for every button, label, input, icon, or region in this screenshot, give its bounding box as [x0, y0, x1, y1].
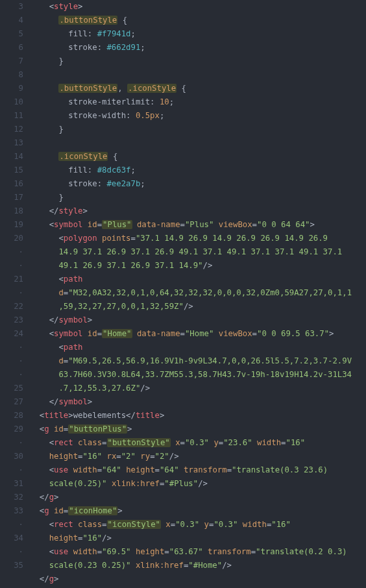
line-number: 25	[0, 382, 23, 395]
code-line[interactable]: 49.1 26.9 37.1 26.9 37.1 14.9"/>	[30, 259, 366, 273]
code-line[interactable]: scale(0.23 0.25)" xlink:href="#Home"/>	[30, 559, 366, 572]
line-number: 16	[0, 177, 23, 191]
code-line[interactable]: scale(0.25)" xlink:href="#Plus"/>	[30, 477, 366, 491]
code-line[interactable]: <rect class="buttonStyle" x="0.3" y="23.…	[30, 436, 366, 450]
line-number: 28	[0, 409, 23, 423]
line-number: ·	[0, 436, 23, 450]
line-number: ·	[0, 286, 23, 300]
code-line[interactable]: fill: #8dc63f;	[30, 164, 366, 177]
code-line[interactable]: d="M32,0A32,32,0,1,0,64,32,32,32,0,0,0,3…	[30, 286, 366, 300]
code-line[interactable]: </symbol>	[30, 313, 366, 327]
code-line[interactable]: stroke-width: 0.5px;	[30, 109, 366, 123]
code-line[interactable]: </style>	[30, 204, 366, 218]
line-number: 34	[0, 532, 23, 545]
code-line[interactable]: stroke: #662d91;	[30, 41, 366, 55]
line-number: 31	[0, 477, 23, 491]
line-number: 33	[0, 504, 23, 518]
code-content[interactable]: <style> .buttonStyle { fill: #f7941d; st…	[30, 0, 366, 586]
line-number: 17	[0, 191, 23, 204]
line-number-gutter: 34567891011121314151617181920··21·222324…	[0, 0, 30, 586]
code-line[interactable]	[30, 68, 366, 82]
code-line[interactable]: stroke: #ee2a7b;	[30, 177, 366, 191]
code-line[interactable]: stroke-miterlimit: 10;	[30, 95, 366, 109]
line-number: 24	[0, 327, 23, 341]
line-number: 3	[0, 0, 23, 14]
code-line[interactable]: .buttonStyle, .iconStyle {	[30, 82, 366, 95]
code-line[interactable]: fill: #f7941d;	[30, 27, 366, 41]
line-number: ·	[0, 545, 23, 559]
line-number: 35	[0, 559, 23, 572]
line-number: 11	[0, 109, 23, 123]
code-line[interactable]	[30, 136, 366, 150]
code-line[interactable]: <title>webelements</title>	[30, 409, 366, 423]
code-line[interactable]: 63.7H60.3V30.8L64,33.7ZM55.3,58.7H43.7v-…	[30, 368, 366, 382]
line-number: ·	[0, 259, 23, 273]
code-line[interactable]: <path	[30, 341, 366, 354]
code-line[interactable]: .iconStyle {	[30, 150, 366, 164]
line-number: ·	[0, 518, 23, 532]
line-number: ·	[0, 463, 23, 477]
line-number: ·	[0, 245, 23, 259]
line-number: 27	[0, 395, 23, 409]
line-number: 30	[0, 450, 23, 463]
line-number: ·	[0, 368, 23, 382]
code-line[interactable]: }	[30, 191, 366, 204]
code-line[interactable]: </g>	[30, 572, 366, 586]
line-number: 9	[0, 82, 23, 95]
code-line[interactable]: </symbol>	[30, 395, 366, 409]
line-number: ·	[0, 341, 23, 354]
code-line[interactable]: <style>	[30, 0, 366, 14]
line-number: 32	[0, 491, 23, 504]
line-number: 12	[0, 123, 23, 136]
line-number: 4	[0, 14, 23, 27]
line-number: 23	[0, 313, 23, 327]
line-number: 14	[0, 150, 23, 164]
code-line[interactable]: <use width="69.5" height="63.67" transfo…	[30, 545, 366, 559]
line-number: 8	[0, 68, 23, 82]
code-line[interactable]: d="M69.5,26.5,56.9,16.9V1h-9v9L34.7,0,0,…	[30, 354, 366, 368]
line-number: 6	[0, 41, 23, 55]
code-line[interactable]: }	[30, 123, 366, 136]
line-number: 21	[0, 273, 23, 286]
code-line[interactable]: <g id="iconHome">	[30, 504, 366, 518]
code-line[interactable]: <symbol id="Plus" data-name="Plus" viewB…	[30, 218, 366, 232]
code-line[interactable]: <path	[30, 273, 366, 286]
line-number: 5	[0, 27, 23, 41]
line-number: 20	[0, 232, 23, 245]
code-line[interactable]: <use width="64" height="64" transform="t…	[30, 463, 366, 477]
line-number: 29	[0, 423, 23, 436]
line-number: 19	[0, 218, 23, 232]
code-editor: 34567891011121314151617181920··21·222324…	[0, 0, 366, 586]
line-number: ·	[0, 354, 23, 368]
code-line[interactable]: height="16" rx="2" ry="2"/>	[30, 450, 366, 463]
line-number: 22	[0, 300, 23, 313]
code-line[interactable]: <g id="buttonPlus">	[30, 423, 366, 436]
code-line[interactable]: </g>	[30, 491, 366, 504]
code-line[interactable]: 14.9 37.1 26.9 37.1 26.9 49.1 37.1 49.1 …	[30, 245, 366, 259]
line-number: 13	[0, 136, 23, 150]
code-line[interactable]: .buttonStyle {	[30, 14, 366, 27]
code-line[interactable]: height="16"/>	[30, 532, 366, 545]
code-line[interactable]: ,59,32,27,27,0,0,1,32,59Z"/>	[30, 300, 366, 313]
line-number: 10	[0, 95, 23, 109]
code-line[interactable]: }	[30, 55, 366, 68]
code-line[interactable]: <symbol id="Home" data-name="Home" viewB…	[30, 327, 366, 341]
code-line[interactable]: .7,12,55.3,27.6Z"/>	[30, 382, 366, 395]
line-number: 15	[0, 164, 23, 177]
line-number: 18	[0, 204, 23, 218]
code-line[interactable]: <polygon points="37.1 14.9 26.9 14.9 26.…	[30, 232, 366, 245]
code-line[interactable]: <rect class="iconStyle" x="0.3" y="0.3" …	[30, 518, 366, 532]
line-number: 7	[0, 55, 23, 68]
